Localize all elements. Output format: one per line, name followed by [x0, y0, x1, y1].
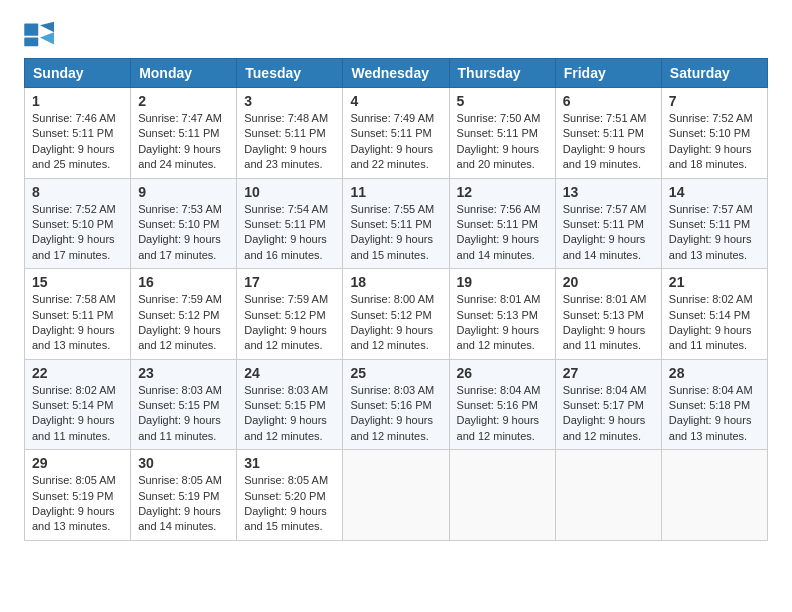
cell-info: Sunrise: 8:05 AMSunset: 5:19 PMDaylight:…	[138, 474, 222, 532]
svg-rect-0	[24, 24, 38, 36]
cell-info: Sunrise: 7:55 AMSunset: 5:11 PMDaylight:…	[350, 203, 434, 261]
cell-info: Sunrise: 8:03 AMSunset: 5:16 PMDaylight:…	[350, 384, 434, 442]
day-cell: 18 Sunrise: 8:00 AMSunset: 5:12 PMDaylig…	[343, 269, 449, 360]
day-cell: 4 Sunrise: 7:49 AMSunset: 5:11 PMDayligh…	[343, 88, 449, 179]
svg-marker-2	[40, 22, 54, 33]
day-number: 17	[244, 274, 335, 290]
day-cell: 12 Sunrise: 7:56 AMSunset: 5:11 PMDaylig…	[449, 178, 555, 269]
cell-info: Sunrise: 8:01 AMSunset: 5:13 PMDaylight:…	[457, 293, 541, 351]
day-cell: 3 Sunrise: 7:48 AMSunset: 5:11 PMDayligh…	[237, 88, 343, 179]
cell-info: Sunrise: 7:47 AMSunset: 5:11 PMDaylight:…	[138, 112, 222, 170]
day-number: 16	[138, 274, 229, 290]
header-friday: Friday	[555, 59, 661, 88]
logo-icon	[24, 20, 56, 48]
cell-info: Sunrise: 8:04 AMSunset: 5:16 PMDaylight:…	[457, 384, 541, 442]
day-number: 9	[138, 184, 229, 200]
day-cell: 19 Sunrise: 8:01 AMSunset: 5:13 PMDaylig…	[449, 269, 555, 360]
day-cell	[661, 450, 767, 541]
day-number: 31	[244, 455, 335, 471]
day-number: 20	[563, 274, 654, 290]
day-number: 27	[563, 365, 654, 381]
day-number: 25	[350, 365, 441, 381]
day-cell: 23 Sunrise: 8:03 AMSunset: 5:15 PMDaylig…	[131, 359, 237, 450]
day-cell: 24 Sunrise: 8:03 AMSunset: 5:15 PMDaylig…	[237, 359, 343, 450]
cell-info: Sunrise: 8:02 AMSunset: 5:14 PMDaylight:…	[32, 384, 116, 442]
cell-info: Sunrise: 7:50 AMSunset: 5:11 PMDaylight:…	[457, 112, 541, 170]
calendar-table: SundayMondayTuesdayWednesdayThursdayFrid…	[24, 58, 768, 541]
cell-info: Sunrise: 7:48 AMSunset: 5:11 PMDaylight:…	[244, 112, 328, 170]
header-row: SundayMondayTuesdayWednesdayThursdayFrid…	[25, 59, 768, 88]
day-number: 22	[32, 365, 123, 381]
day-number: 14	[669, 184, 760, 200]
day-cell: 25 Sunrise: 8:03 AMSunset: 5:16 PMDaylig…	[343, 359, 449, 450]
cell-info: Sunrise: 7:46 AMSunset: 5:11 PMDaylight:…	[32, 112, 116, 170]
day-number: 8	[32, 184, 123, 200]
day-number: 1	[32, 93, 123, 109]
day-cell: 8 Sunrise: 7:52 AMSunset: 5:10 PMDayligh…	[25, 178, 131, 269]
day-cell: 13 Sunrise: 7:57 AMSunset: 5:11 PMDaylig…	[555, 178, 661, 269]
cell-info: Sunrise: 7:49 AMSunset: 5:11 PMDaylight:…	[350, 112, 434, 170]
day-number: 23	[138, 365, 229, 381]
header-sunday: Sunday	[25, 59, 131, 88]
day-number: 26	[457, 365, 548, 381]
day-cell: 6 Sunrise: 7:51 AMSunset: 5:11 PMDayligh…	[555, 88, 661, 179]
day-cell: 9 Sunrise: 7:53 AMSunset: 5:10 PMDayligh…	[131, 178, 237, 269]
header-tuesday: Tuesday	[237, 59, 343, 88]
day-cell: 17 Sunrise: 7:59 AMSunset: 5:12 PMDaylig…	[237, 269, 343, 360]
cell-info: Sunrise: 8:00 AMSunset: 5:12 PMDaylight:…	[350, 293, 434, 351]
cell-info: Sunrise: 8:05 AMSunset: 5:19 PMDaylight:…	[32, 474, 116, 532]
day-cell: 15 Sunrise: 7:58 AMSunset: 5:11 PMDaylig…	[25, 269, 131, 360]
day-cell: 26 Sunrise: 8:04 AMSunset: 5:16 PMDaylig…	[449, 359, 555, 450]
header-wednesday: Wednesday	[343, 59, 449, 88]
cell-info: Sunrise: 7:56 AMSunset: 5:11 PMDaylight:…	[457, 203, 541, 261]
cell-info: Sunrise: 8:03 AMSunset: 5:15 PMDaylight:…	[244, 384, 328, 442]
day-number: 3	[244, 93, 335, 109]
day-number: 28	[669, 365, 760, 381]
day-number: 7	[669, 93, 760, 109]
day-number: 19	[457, 274, 548, 290]
cell-info: Sunrise: 8:05 AMSunset: 5:20 PMDaylight:…	[244, 474, 328, 532]
day-number: 30	[138, 455, 229, 471]
cell-info: Sunrise: 8:02 AMSunset: 5:14 PMDaylight:…	[669, 293, 753, 351]
cell-info: Sunrise: 7:58 AMSunset: 5:11 PMDaylight:…	[32, 293, 116, 351]
day-number: 15	[32, 274, 123, 290]
header-saturday: Saturday	[661, 59, 767, 88]
day-number: 5	[457, 93, 548, 109]
logo	[24, 20, 60, 48]
cell-info: Sunrise: 7:52 AMSunset: 5:10 PMDaylight:…	[669, 112, 753, 170]
cell-info: Sunrise: 7:53 AMSunset: 5:10 PMDaylight:…	[138, 203, 222, 261]
day-number: 18	[350, 274, 441, 290]
week-row-5: 29 Sunrise: 8:05 AMSunset: 5:19 PMDaylig…	[25, 450, 768, 541]
day-number: 21	[669, 274, 760, 290]
cell-info: Sunrise: 8:04 AMSunset: 5:18 PMDaylight:…	[669, 384, 753, 442]
day-number: 12	[457, 184, 548, 200]
day-cell: 1 Sunrise: 7:46 AMSunset: 5:11 PMDayligh…	[25, 88, 131, 179]
day-cell: 28 Sunrise: 8:04 AMSunset: 5:18 PMDaylig…	[661, 359, 767, 450]
day-cell: 7 Sunrise: 7:52 AMSunset: 5:10 PMDayligh…	[661, 88, 767, 179]
day-cell	[555, 450, 661, 541]
week-row-2: 8 Sunrise: 7:52 AMSunset: 5:10 PMDayligh…	[25, 178, 768, 269]
day-cell: 16 Sunrise: 7:59 AMSunset: 5:12 PMDaylig…	[131, 269, 237, 360]
day-number: 11	[350, 184, 441, 200]
page-header	[24, 20, 768, 48]
cell-info: Sunrise: 7:59 AMSunset: 5:12 PMDaylight:…	[244, 293, 328, 351]
svg-rect-1	[24, 38, 38, 47]
cell-info: Sunrise: 8:01 AMSunset: 5:13 PMDaylight:…	[563, 293, 647, 351]
cell-info: Sunrise: 7:57 AMSunset: 5:11 PMDaylight:…	[563, 203, 647, 261]
day-cell: 2 Sunrise: 7:47 AMSunset: 5:11 PMDayligh…	[131, 88, 237, 179]
cell-info: Sunrise: 8:03 AMSunset: 5:15 PMDaylight:…	[138, 384, 222, 442]
day-cell: 14 Sunrise: 7:57 AMSunset: 5:11 PMDaylig…	[661, 178, 767, 269]
header-thursday: Thursday	[449, 59, 555, 88]
day-number: 2	[138, 93, 229, 109]
day-cell	[449, 450, 555, 541]
day-number: 13	[563, 184, 654, 200]
day-cell: 30 Sunrise: 8:05 AMSunset: 5:19 PMDaylig…	[131, 450, 237, 541]
header-monday: Monday	[131, 59, 237, 88]
cell-info: Sunrise: 7:52 AMSunset: 5:10 PMDaylight:…	[32, 203, 116, 261]
svg-marker-3	[40, 32, 54, 44]
day-number: 6	[563, 93, 654, 109]
day-number: 4	[350, 93, 441, 109]
cell-info: Sunrise: 7:54 AMSunset: 5:11 PMDaylight:…	[244, 203, 328, 261]
day-cell: 21 Sunrise: 8:02 AMSunset: 5:14 PMDaylig…	[661, 269, 767, 360]
cell-info: Sunrise: 8:04 AMSunset: 5:17 PMDaylight:…	[563, 384, 647, 442]
